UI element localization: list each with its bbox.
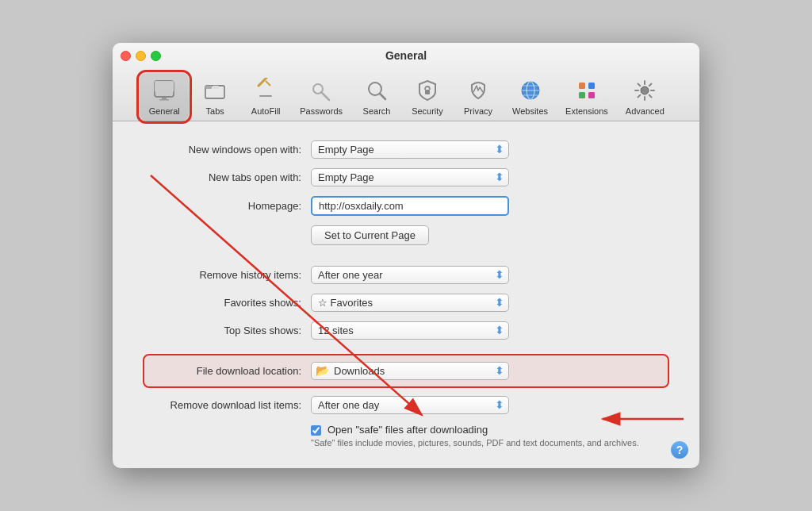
top-sites-select[interactable]: 6 sites 12 sites 24 sites bbox=[311, 321, 509, 340]
general-label: General bbox=[149, 106, 180, 116]
titlebar: General General bbox=[113, 43, 699, 121]
remove-history-row: Remove history items: After one year Aft… bbox=[144, 266, 668, 284]
top-sites-row: Top Sites shows: 6 sites 12 sites 24 sit… bbox=[144, 321, 668, 340]
extensions-icon bbox=[573, 76, 601, 105]
websites-label: Websites bbox=[512, 106, 548, 116]
toolbar-item-extensions[interactable]: Extensions bbox=[557, 73, 616, 121]
maximize-button[interactable] bbox=[151, 51, 161, 61]
advanced-label: Advanced bbox=[626, 106, 665, 116]
new-windows-control: Empty Page Homepage Same Page as Current… bbox=[311, 140, 668, 159]
svg-rect-22 bbox=[579, 92, 585, 98]
remove-download-select[interactable]: Manually When Safari Quits After one day… bbox=[311, 396, 509, 414]
new-windows-select[interactable]: Empty Page Homepage Same Page as Current… bbox=[311, 140, 509, 159]
safe-files-row: Open "safe" files after downloading bbox=[311, 424, 668, 436]
svg-line-31 bbox=[649, 83, 652, 86]
search-icon bbox=[362, 76, 391, 105]
privacy-icon bbox=[464, 76, 492, 105]
remove-history-control: After one year After one month After one… bbox=[311, 266, 668, 284]
preferences-window: General General bbox=[113, 43, 699, 468]
toolbar-item-security[interactable]: Security bbox=[403, 73, 452, 121]
safe-files-checkbox[interactable] bbox=[311, 425, 321, 436]
svg-line-7 bbox=[266, 81, 270, 86]
downloads-select-wrapper: 📂 Downloads Desktop Other... ⬍ bbox=[311, 362, 509, 380]
svg-rect-20 bbox=[579, 83, 585, 89]
new-windows-select-wrapper: Empty Page Homepage Same Page as Current… bbox=[311, 140, 509, 159]
svg-rect-2 bbox=[162, 98, 167, 99]
remove-download-control: Manually When Safari Quits After one day… bbox=[311, 396, 668, 414]
favorites-select-wrapper: ☆ Favorites Bookmarks Menu Bookmarks Bar… bbox=[311, 294, 509, 312]
toolbar-item-search[interactable]: Search bbox=[352, 73, 401, 121]
new-tabs-select-wrapper: Empty Page Homepage ⬍ bbox=[311, 168, 509, 186]
set-current-row: Set to Current Page bbox=[144, 225, 668, 245]
toolbar-item-privacy[interactable]: Privacy bbox=[454, 73, 503, 121]
new-tabs-label: New tabs open with: bbox=[144, 171, 311, 183]
extensions-label: Extensions bbox=[565, 106, 608, 116]
new-tabs-control: Empty Page Homepage ⬍ bbox=[311, 168, 668, 186]
remove-download-row: Remove download list items: Manually Whe… bbox=[144, 396, 668, 414]
toolbar-item-advanced[interactable]: Advanced bbox=[618, 73, 672, 121]
toolbar-item-tabs[interactable]: Tabs bbox=[190, 73, 239, 121]
toolbar-item-autofill[interactable]: AutoFill bbox=[241, 73, 290, 121]
search-label: Search bbox=[363, 106, 391, 116]
set-current-button[interactable]: Set to Current Page bbox=[311, 225, 429, 245]
svg-rect-9 bbox=[259, 95, 272, 97]
top-sites-label: Top Sites shows: bbox=[144, 325, 311, 336]
security-label: Security bbox=[412, 106, 443, 116]
toolbar: General Tabs bbox=[113, 68, 699, 121]
content-wrapper: New windows open with: Empty Page Homepa… bbox=[113, 121, 699, 468]
safe-files-sub: "Safe" files include movies, pictures, s… bbox=[311, 437, 668, 449]
homepage-row: Homepage: bbox=[144, 196, 668, 216]
remove-history-select[interactable]: After one year After one month After one… bbox=[311, 266, 509, 284]
autofill-label: AutoFill bbox=[251, 106, 281, 116]
favorites-row: Favorites shows: ☆ Favorites Bookmarks M… bbox=[144, 294, 668, 312]
tabs-label: Tabs bbox=[206, 106, 224, 116]
file-download-highlighted-row: File download location: 📂 Downloads Desk… bbox=[144, 355, 668, 386]
svg-line-13 bbox=[380, 94, 385, 99]
security-icon bbox=[413, 76, 442, 105]
close-button[interactable] bbox=[121, 51, 131, 61]
svg-rect-14 bbox=[425, 90, 430, 94]
svg-line-11 bbox=[321, 92, 329, 100]
tabs-icon bbox=[201, 76, 229, 105]
new-tabs-row: New tabs open with: Empty Page Homepage … bbox=[144, 168, 668, 186]
remove-history-select-wrapper: After one year After one month After one… bbox=[311, 266, 509, 284]
toolbar-item-passwords[interactable]: Passwords bbox=[292, 73, 350, 121]
remove-download-label: Remove download list items: bbox=[144, 399, 311, 411]
homepage-input[interactable] bbox=[311, 196, 509, 216]
svg-rect-23 bbox=[588, 92, 595, 98]
svg-point-24 bbox=[641, 86, 649, 94]
svg-line-29 bbox=[638, 83, 641, 86]
file-download-control: 📂 Downloads Desktop Other... ⬍ bbox=[311, 362, 668, 380]
traffic-lights bbox=[121, 51, 161, 61]
new-tabs-select[interactable]: Empty Page Homepage bbox=[311, 168, 509, 186]
websites-icon bbox=[516, 76, 545, 105]
minimize-button[interactable] bbox=[136, 51, 146, 61]
homepage-label: Homepage: bbox=[144, 200, 311, 212]
remove-download-select-wrapper: Manually When Safari Quits After one day… bbox=[311, 396, 509, 414]
favorites-label: Favorites shows: bbox=[144, 297, 311, 309]
privacy-label: Privacy bbox=[464, 106, 492, 116]
toolbar-item-websites[interactable]: Websites bbox=[504, 73, 556, 121]
svg-rect-1 bbox=[155, 81, 174, 92]
new-windows-label: New windows open with: bbox=[144, 144, 311, 156]
svg-rect-21 bbox=[588, 83, 595, 89]
passwords-icon bbox=[307, 76, 335, 105]
svg-line-30 bbox=[649, 94, 652, 97]
svg-rect-5 bbox=[205, 86, 212, 89]
file-download-select[interactable]: Downloads Desktop Other... bbox=[311, 362, 509, 380]
set-current-control: Set to Current Page bbox=[311, 225, 668, 245]
passwords-label: Passwords bbox=[300, 106, 343, 116]
svg-line-32 bbox=[638, 94, 641, 97]
autofill-icon bbox=[251, 76, 280, 105]
file-download-row: File download location: 📂 Downloads Desk… bbox=[144, 359, 668, 383]
file-download-label: File download location: bbox=[144, 365, 311, 377]
favorites-select[interactable]: ☆ Favorites Bookmarks Menu Bookmarks Bar bbox=[311, 294, 509, 312]
toolbar-item-general[interactable]: General bbox=[140, 73, 189, 121]
content-area: New windows open with: Empty Page Homepa… bbox=[113, 121, 699, 468]
svg-rect-3 bbox=[159, 99, 169, 101]
new-windows-row: New windows open with: Empty Page Homepa… bbox=[144, 140, 668, 159]
remove-history-label: Remove history items: bbox=[144, 269, 311, 281]
safe-files-label[interactable]: Open "safe" files after downloading bbox=[327, 424, 488, 436]
window-title: General bbox=[113, 49, 699, 68]
general-icon bbox=[150, 76, 178, 105]
